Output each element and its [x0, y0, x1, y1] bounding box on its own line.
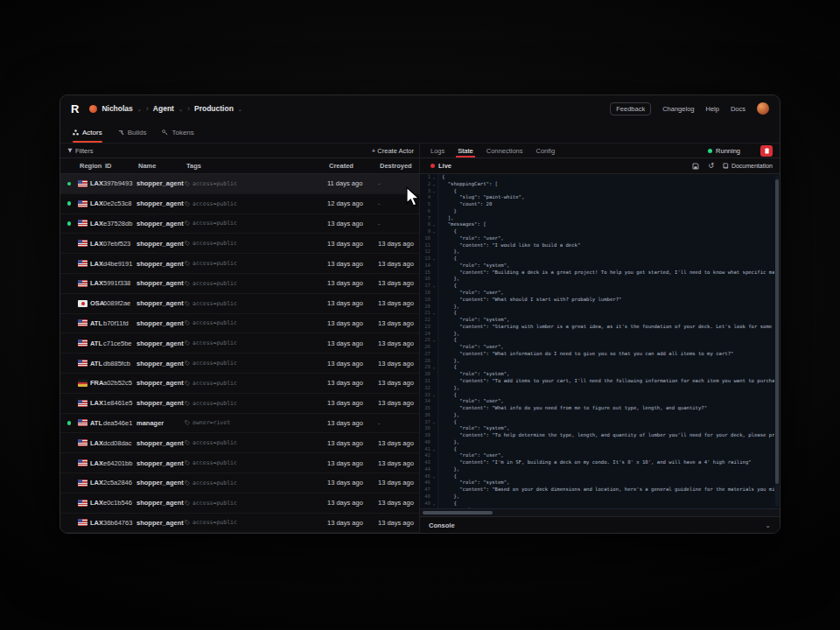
col-name[interactable]: Name: [136, 162, 185, 170]
table-row[interactable]: LAX 5991f338 shopper_agent access=public…: [60, 274, 419, 294]
fold-icon[interactable]: ⌄: [430, 174, 438, 181]
row-region-cell: LAX: [78, 439, 103, 447]
row-created: 13 days ago: [327, 279, 378, 287]
row-tag: access=public: [192, 340, 237, 346]
code-line: 44 },: [420, 466, 774, 473]
breadcrumb-user[interactable]: Nicholas: [102, 104, 132, 113]
row-region: ATL: [90, 319, 102, 327]
row-name: shopper_agent: [136, 319, 185, 327]
code-line: 17⌄ {: [420, 283, 774, 290]
table-row[interactable]: ATL db885fcb shopper_agent access=public…: [60, 354, 419, 374]
fold-icon[interactable]: ⌄: [430, 310, 438, 317]
col-id[interactable]: ID: [103, 162, 136, 170]
fold-icon[interactable]: ⌄: [430, 419, 438, 426]
table-row[interactable]: ATL c71ce5be shopper_agent access=public…: [60, 333, 419, 354]
code-text: {: [442, 256, 457, 262]
col-region[interactable]: Region: [78, 162, 103, 170]
chevron-down-icon[interactable]: ⌄: [238, 106, 242, 112]
tab-config[interactable]: Config: [536, 144, 555, 158]
tag-icon: [185, 520, 190, 525]
table-row[interactable]: LAX 07ebf523 shopper_agent access=public…: [60, 234, 419, 254]
table-row[interactable]: ATL b70f11fd shopper_agent access=public…: [60, 314, 419, 334]
fold-icon[interactable]: ⌄: [430, 392, 438, 399]
fold-icon[interactable]: ⌄: [430, 188, 438, 195]
tab-logs[interactable]: Logs: [430, 144, 444, 158]
col-created[interactable]: Created: [327, 162, 378, 170]
console-bar[interactable]: Console ⌄: [420, 516, 780, 533]
docs-link[interactable]: Docs: [731, 105, 746, 113]
table-row[interactable]: LAX 2c5a2846 shopper_agent access=public…: [60, 473, 419, 494]
tab-tokens[interactable]: Tokens: [162, 129, 193, 143]
table-row[interactable]: LAX 0e2c53c8 shopper_agent access=public…: [60, 194, 419, 214]
table-row[interactable]: LAX e64201bb shopper_agent access=public…: [60, 453, 419, 473]
row-status-cell: [60, 242, 78, 246]
row-tag-cell: access=public: [185, 360, 327, 367]
col-tags[interactable]: Tags: [185, 162, 327, 170]
tab-connections[interactable]: Connections: [486, 144, 523, 158]
code-editor[interactable]: 1⌄{2⌄ "shoppingCart": [3⌄ {4 "slug": "pa…: [420, 174, 780, 508]
book-icon: [723, 163, 729, 169]
vertical-scrollbar-thumb[interactable]: [775, 179, 779, 484]
chevron-down-icon[interactable]: ⌄: [137, 106, 142, 112]
rivet-logo[interactable]: R: [71, 102, 78, 116]
line-number: 45: [420, 473, 430, 480]
vertical-scrollbar[interactable]: [775, 176, 779, 507]
table-row[interactable]: LAX 397b9493 shopper_agent access=public…: [60, 174, 419, 194]
fold-icon[interactable]: ⌄: [430, 283, 438, 290]
fold-icon[interactable]: ⌄: [430, 181, 438, 188]
region-flag-icon: [78, 200, 88, 207]
changelog-link[interactable]: Changelog: [662, 105, 694, 113]
table-row[interactable]: LAX 36b64763 shopper_agent access=public…: [60, 514, 419, 533]
table-row[interactable]: ATL dea546e1 manager owner=rivet 13 days…: [60, 414, 419, 434]
row-id: db885fcb: [103, 360, 136, 368]
fold-icon[interactable]: ⌄: [430, 473, 438, 480]
feedback-button[interactable]: Feedback: [610, 102, 651, 116]
code-line: 31 "content": "To add items to your cart…: [420, 378, 774, 385]
row-tag: access=public: [192, 439, 237, 446]
code-line: 33⌄ {: [420, 392, 774, 399]
chevron-down-icon[interactable]: ⌄: [765, 522, 771, 529]
tab-state[interactable]: State: [458, 144, 473, 158]
code-text: {: [442, 283, 457, 290]
table-row[interactable]: OSA 6089f2ae shopper_agent access=public…: [60, 294, 419, 314]
table-row[interactable]: LAX d4be9191 shopper_agent access=public…: [60, 254, 419, 274]
save-icon[interactable]: [692, 163, 699, 170]
fold-icon[interactable]: ⌄: [430, 228, 438, 235]
documentation-link[interactable]: Documentation: [723, 163, 773, 169]
breadcrumb-project[interactable]: Agent: [153, 104, 174, 113]
chevron-down-icon[interactable]: ⌄: [178, 106, 183, 112]
line-number: 8: [420, 221, 430, 228]
profile-avatar[interactable]: [757, 102, 769, 115]
fold-icon[interactable]: ⌄: [430, 500, 438, 508]
filters-button[interactable]: Filters: [67, 147, 93, 155]
line-number: 19: [420, 297, 430, 304]
tab-builds[interactable]: Builds: [118, 129, 147, 143]
horizontal-scrollbar[interactable]: [420, 508, 780, 516]
horizontal-scrollbar-thumb[interactable]: [423, 511, 493, 514]
table-row[interactable]: LAX e0c1b546 shopper_agent access=public…: [60, 494, 419, 514]
row-tag-cell: access=public: [185, 439, 327, 446]
col-destroyed[interactable]: Destroyed: [378, 162, 419, 170]
row-tag-cell: access=public: [185, 500, 327, 507]
fold-icon[interactable]: ⌄: [430, 256, 438, 262]
code-text: ],: [442, 215, 453, 222]
table-row[interactable]: FRA a02b52c5 shopper_agent access=public…: [60, 374, 419, 394]
fold-icon[interactable]: ⌄: [430, 337, 438, 344]
breadcrumb-environment[interactable]: Production: [194, 104, 234, 113]
table-row[interactable]: LAX dcd08dac shopper_agent access=public…: [60, 433, 419, 453]
table-row[interactable]: LAX e37528db shopper_agent access=public…: [60, 214, 419, 234]
line-number: 15: [420, 270, 430, 276]
fold-icon[interactable]: ⌄: [430, 364, 438, 371]
header-nav: Feedback Changelog Help Docs: [610, 102, 769, 116]
create-actor-button[interactable]: + Create Actor: [372, 147, 414, 155]
row-status-cell: [60, 262, 78, 266]
fold-icon[interactable]: ⌄: [430, 446, 438, 453]
tab-actors[interactable]: Actors: [73, 129, 102, 143]
table-row[interactable]: LAX 1e8461e5 shopper_agent access=public…: [60, 394, 419, 414]
destroy-actor-button[interactable]: [760, 145, 773, 157]
help-link[interactable]: Help: [705, 105, 718, 113]
undo-icon[interactable]: ↺: [708, 162, 714, 170]
code-text: "role": "user",: [442, 344, 504, 351]
fold-icon[interactable]: ⌄: [430, 221, 438, 228]
row-destroyed: 13 days ago: [378, 360, 419, 368]
